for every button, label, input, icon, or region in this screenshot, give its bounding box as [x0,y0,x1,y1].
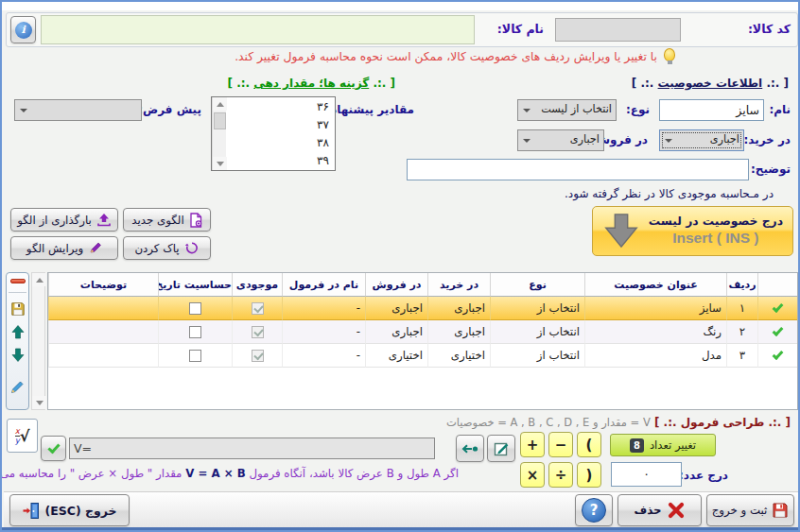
new-template-button[interactable]: الگوی جدید [123,208,211,232]
list-item[interactable]: ۳۸ [228,134,335,152]
sale-select[interactable]: اجباری [517,129,604,151]
table-scrollbar[interactable] [31,272,45,410]
formula-title: [ .:. طراحی فرمول .:. ] [654,416,791,429]
purchase-select-value: اجباری [710,133,739,146]
description-label: توضیح: [751,163,791,176]
list-item[interactable]: ۳۷ [228,116,335,134]
product-code-field [555,18,681,42]
col-row[interactable]: ردیف [726,273,757,297]
delete-button-label: حذف [634,504,661,517]
hint-part2: مقدار " طول × عرض " را محاسبه می کند. [0,467,182,480]
scroll-down-icon[interactable] [213,157,227,170]
formula-functions-button[interactable]: √xy [7,419,38,453]
section-title-pre: [ .:. [762,77,789,90]
big-down-arrow-icon [601,213,641,250]
name-input[interactable]: سایز [659,99,764,121]
row-formula-name: - [282,344,365,368]
row-notes [48,297,158,320]
save-icon[interactable] [10,301,26,317]
multiply-button[interactable]: × [520,462,545,488]
edit-formula-button[interactable] [487,435,515,462]
shortcut-key-badge: 8 [630,438,644,453]
col-title[interactable]: عنوان خصوصیت [584,273,726,297]
row-purchase: اجباری [427,320,490,344]
scroll-up-icon[interactable] [32,273,46,286]
remove-row-icon[interactable] [10,279,26,283]
table-row[interactable]: ۲ رنگ انتخاب از اجباری اجباری - [48,320,797,344]
apply-formula-button[interactable] [41,436,66,461]
row-formula-name: - [282,297,365,320]
scrollbar-thumb[interactable] [214,112,226,129]
date-sensitive-checkbox[interactable] [189,302,201,315]
insert-number-label: درج عدد: [679,469,728,482]
insert-number-input[interactable]: ۰ [611,462,682,487]
info-button[interactable]: i [10,16,36,43]
default-value-label: پیش فرض: [138,103,201,116]
edit-template-button[interactable]: ویرایش الگو [10,236,118,260]
default-value-select[interactable] [14,99,142,121]
operator-keypad: + − ( × ÷ ) [520,432,601,488]
change-count-label: تغییر تعداد [650,438,696,452]
properties-table: ردیف عنوان خصوصیت نوع در خرید در فروش نا… [47,272,798,410]
change-count-button[interactable]: تغییر تعداد 8 [610,434,716,456]
formula-legend: V = مقدار و A , B , C , D , E = خصوصیات [446,416,651,429]
info-icon: i [15,22,32,39]
move-up-icon[interactable] [11,325,25,339]
suggested-values-items: ۳۶ ۳۷ ۳۸ ۳۹ [228,98,335,170]
open-paren-button[interactable]: ( [577,432,601,457]
window-title-strip [2,2,798,10]
date-sensitive-checkbox[interactable] [189,326,201,338]
pencil-icon [88,241,102,255]
col-date-sensitive[interactable]: حساسیت تاریخ [158,273,232,297]
minus-button[interactable]: − [548,432,573,457]
hint-formula: V = A × B [185,467,245,480]
suggested-values-listbox[interactable]: ۳۶ ۳۷ ۳۸ ۳۹ [211,96,336,171]
col-stock[interactable]: موجودی [232,273,282,297]
table-row[interactable]: ۱ سایز انتخاب از اجباری اجباری - [48,297,797,320]
purchase-select[interactable]: اجباری [659,129,744,151]
list-item[interactable]: ۳۹ [228,152,335,170]
delete-button[interactable]: حذف [617,494,702,526]
col-sale[interactable]: در فروش [365,273,427,297]
save-exit-button[interactable]: ثبت و خروج [706,494,794,526]
section-title-property-info: [ .:. اطلاعات خصوصیت .:. ] [632,77,789,90]
formula-hint: اگر A طول و B عرض کالا باشد، آنگاه فرمول… [0,467,459,480]
new-template-label: الگوی جدید [131,214,183,227]
list-item[interactable]: ۳۶ [228,98,335,116]
row-notes [48,344,158,368]
col-purchase[interactable]: در خرید [427,273,490,297]
col-type[interactable]: نوع [490,273,584,297]
clear-button[interactable]: پاک کردن [123,236,211,260]
help-button[interactable]: ? [575,494,613,526]
type-select[interactable]: انتخاب از لیست [517,99,617,121]
col-formula-name[interactable]: نام در فرمول [282,273,365,297]
divide-button[interactable]: ÷ [548,462,573,488]
table-row[interactable]: ۳ مدل انتخاب از اختیاری اختیاری - [48,344,797,368]
description-input[interactable] [407,159,749,180]
row-sale: اختیاری [365,344,427,368]
col-notes[interactable]: توضیحات [48,273,158,297]
listbox-scrollbar[interactable] [212,97,226,170]
backspace-formula-button[interactable] [456,435,484,462]
edit-row-icon[interactable] [10,380,25,394]
plus-button[interactable]: + [520,432,545,457]
exit-button[interactable]: خروج (ESC) [9,494,130,526]
insert-property-button[interactable]: درج خصوصیت در لیست Insert ( INS ) [592,206,793,256]
formula-section-title: [ .:. طراحی فرمول .:. ] V = مقدار و A , … [446,416,791,429]
formula-input[interactable]: V= [69,438,435,459]
row-ok-icon [773,348,784,359]
product-name-field[interactable] [41,15,475,44]
scroll-up-icon[interactable] [213,97,227,111]
date-sensitive-checkbox[interactable] [189,350,201,362]
row-number: ۳ [726,344,757,368]
section-title-options: [ .:. گزینه ها؛ مقدار دهی .:. ] [228,77,395,90]
move-down-icon[interactable] [11,348,25,362]
product-code-label: کد کالا: [748,22,791,36]
row-type: انتخاب از [490,297,584,320]
question-icon: ? [582,498,606,523]
scroll-down-icon[interactable] [32,396,46,409]
stock-checkbox [252,326,264,338]
load-template-button[interactable]: بارگذاری از الگو [10,208,118,232]
close-paren-button[interactable]: ) [577,462,601,488]
row-number: ۱ [726,297,757,320]
